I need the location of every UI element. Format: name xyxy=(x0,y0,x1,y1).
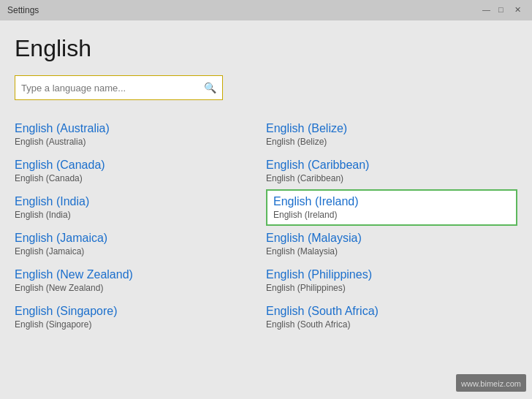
language-sub: English (New Zealand) xyxy=(15,283,259,293)
language-sub: English (South Africa) xyxy=(266,319,510,330)
language-item[interactable]: English (Caribbean)English (Caribbean) xyxy=(266,153,517,189)
language-item[interactable]: English (Singapore)English (Singapore) xyxy=(15,299,266,335)
language-sub: English (India) xyxy=(15,210,259,220)
language-item[interactable]: English (Philippines)English (Philippine… xyxy=(266,262,517,299)
search-input[interactable] xyxy=(21,83,204,94)
title-bar: Settings — □ ✕ xyxy=(0,0,532,20)
language-item[interactable]: English (South Africa)English (South Afr… xyxy=(266,299,517,335)
language-grid: English (Australia)English (Australia)En… xyxy=(15,116,517,335)
language-name: English (Jamaica) xyxy=(15,232,259,245)
language-name: English (Belize) xyxy=(266,122,510,135)
language-item[interactable]: English (Belize)English (Belize) xyxy=(266,116,517,153)
language-name: English (Philippines) xyxy=(266,268,510,281)
language-sub: English (Jamaica) xyxy=(15,246,259,256)
title-bar-controls: — □ ✕ xyxy=(482,5,525,15)
language-name: English (Australia) xyxy=(15,122,259,135)
language-item[interactable]: English (Jamaica)English (Jamaica) xyxy=(15,226,266,262)
language-item[interactable]: English (Canada)English (Canada) xyxy=(15,153,266,189)
language-name: English (Ireland) xyxy=(273,195,510,208)
minimize-button[interactable]: — xyxy=(482,5,493,15)
language-item[interactable]: English (Ireland)English (Ireland) xyxy=(266,189,517,226)
language-name: English (South Africa) xyxy=(266,305,510,318)
language-item[interactable]: English (Malaysia)English (Malaysia) xyxy=(266,226,517,262)
language-sub: English (Singapore) xyxy=(15,319,259,330)
language-sub: English (Caribbean) xyxy=(266,173,510,183)
language-name: English (New Zealand) xyxy=(15,268,259,281)
language-sub: English (Malaysia) xyxy=(266,246,510,256)
language-sub: English (Canada) xyxy=(15,173,259,183)
language-item[interactable]: English (India)English (India) xyxy=(15,189,266,226)
language-name: English (India) xyxy=(15,195,259,208)
watermark-text: www.bimeiz.com xyxy=(461,379,521,388)
language-sub: English (Ireland) xyxy=(273,210,510,220)
language-name: English (Malaysia) xyxy=(266,232,510,245)
language-name: English (Singapore) xyxy=(15,305,259,318)
page-title: English xyxy=(15,35,517,62)
language-item[interactable]: English (New Zealand)English (New Zealan… xyxy=(15,262,266,299)
maximize-button[interactable]: □ xyxy=(498,5,509,15)
language-name: English (Canada) xyxy=(15,159,259,172)
watermark: www.bimeiz.com xyxy=(456,374,526,392)
search-box[interactable]: 🔍 xyxy=(15,75,223,100)
language-sub: English (Philippines) xyxy=(266,283,510,293)
close-button[interactable]: ✕ xyxy=(514,5,525,15)
title-bar-text: Settings xyxy=(7,5,39,15)
language-sub: English (Australia) xyxy=(15,137,259,147)
language-sub: English (Belize) xyxy=(266,137,510,147)
search-icon: 🔍 xyxy=(204,82,216,94)
main-content: English 🔍 English (Australia)English (Au… xyxy=(0,20,532,343)
language-name: English (Caribbean) xyxy=(266,159,510,172)
language-item[interactable]: English (Australia)English (Australia) xyxy=(15,116,266,153)
